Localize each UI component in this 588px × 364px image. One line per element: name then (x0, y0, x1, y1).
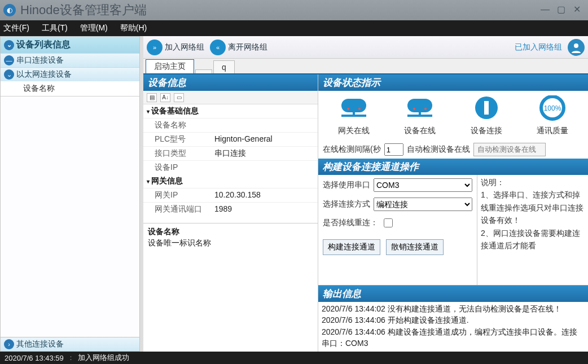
status-device-online: 设备在线 (403, 95, 437, 136)
status-msg: 加入网络组成功 (78, 353, 129, 363)
svg-point-7 (413, 108, 415, 110)
menu-file[interactable]: 文件(F) (3, 23, 29, 33)
status-header: 设备状态指示 (318, 74, 588, 91)
status-time: 2020/7/6 13:43:59 (5, 354, 64, 362)
sidebar-cat-ethernet[interactable]: ⌄ 以太网连接设备 (1, 67, 139, 81)
sidebar-cat-serial[interactable]: — 串口连接设备 (1, 53, 139, 67)
status-icons: 网关在线 设备在线 设备连接 100% 通讯质量 (318, 91, 588, 141)
build-channel-button[interactable]: 构建连接通道 (323, 239, 380, 255)
sidebar-list-col: 设备名称 (1, 81, 139, 97)
gateway-icon (337, 95, 371, 124)
svg-point-8 (424, 108, 427, 110)
menubar: 文件(F) 工具(T) 管理(M) 帮助(H) (0, 20, 588, 36)
svg-rect-12 (484, 101, 489, 115)
interval-input[interactable] (384, 143, 403, 156)
svg-point-3 (358, 108, 361, 110)
sidebar-header-label: 设备列表信息 (16, 39, 71, 51)
sidebar-cat-serial-label: 串口连接设备 (16, 55, 64, 65)
log-line: 2020/7/6 13:44:02 没有构建连接通道，无法自动检测设备是否在线！ (322, 303, 585, 314)
channel-desc-1: 1、选择串口、连接方式和掉线重连操作选项只对串口连接设备有效！ (481, 188, 585, 226)
property-grid[interactable]: 设备基础信息 设备名称 PLC型号Hignton-General 接口类型串口连… (143, 104, 318, 223)
status-quality: 100% 通讯质量 (536, 95, 569, 136)
propgrid-categorized-icon[interactable]: ▤ (147, 93, 157, 102)
propgrid-pages-icon[interactable]: ▭ (174, 93, 184, 102)
join-icon: » (147, 40, 163, 55)
svg-rect-6 (407, 99, 432, 112)
join-network-button[interactable]: » 加入网络组 (147, 40, 204, 55)
other-icon: › (4, 339, 14, 349)
status-panel: 设备状态指示 网关在线 设备在线 设备连接 100% (318, 74, 588, 352)
propgrid-az-icon[interactable]: A↓ (160, 93, 170, 102)
sidebar-cat-ethernet-label: 以太网连接设备 (16, 69, 72, 80)
output-log[interactable]: 2020/7/6 13:44:02 没有构建连接通道，无法自动检测设备是否在线！… (318, 302, 588, 352)
deviceinfo-header: 设备信息 (143, 74, 318, 91)
channel-desc-title: 说明： (481, 176, 585, 188)
maximize-button[interactable]: ▢ (553, 5, 569, 16)
prop-group-basic[interactable]: 设备基础信息 (143, 104, 318, 118)
deviceinfo-panel: 设备信息 ▤ A↓ ▭ 设备基础信息 设备名称 PLC型号Hignton-Gen… (143, 74, 318, 352)
tab-home[interactable]: 启动主页 (146, 59, 194, 73)
quality-icon: 100% (536, 95, 569, 124)
sidebar: ⌄ 设备列表信息 — 串口连接设备 ⌄ 以太网连接设备 设备名称 › 其他连接设… (0, 36, 140, 352)
menu-tool[interactable]: 工具(T) (42, 23, 68, 33)
prop-group-gateway[interactable]: 网关信息 (143, 174, 318, 188)
menu-help[interactable]: 帮助(H) (120, 23, 147, 33)
statusbar: 2020/7/6 13:43:59 ： 加入网络组成功 (0, 352, 588, 364)
sidebar-device-list[interactable]: 设备名称 (1, 81, 139, 337)
app-logo-icon: ◐ (3, 4, 16, 16)
close-button[interactable]: ✕ (569, 5, 585, 16)
leave-icon: « (210, 40, 226, 55)
channel-header: 构建设备连接通道操作 (318, 159, 588, 175)
log-line: 2020/7/6 13:44:06 构建设备连接通道成功，编程方式连接串口设备。… (322, 326, 585, 349)
status-gateway-online: 网关在线 (337, 95, 371, 136)
sidebar-header: ⌄ 设备列表信息 (1, 37, 139, 53)
sidebar-cat-other[interactable]: › 其他连接设备 (1, 337, 139, 351)
sidebar-cat-other-label: 其他连接设备 (16, 339, 64, 349)
mode-select[interactable]: 编程连接 (374, 198, 472, 211)
prop-device-name[interactable]: 设备名称 (143, 118, 318, 132)
leave-network-button[interactable]: « 离开网络组 (210, 40, 267, 55)
main: » 加入网络组 « 离开网络组 已加入网络组 启动主页 q 设备信息 (143, 36, 588, 352)
com-label: 选择使用串口 (323, 180, 370, 190)
log-line: 2020/7/6 13:44:06 开始构建设备连接通道. (322, 314, 585, 326)
prop-desc-body: 设备唯一标识名称 (148, 238, 313, 248)
destroy-channel-button[interactable]: 散销连接通道 (386, 239, 444, 255)
leave-label: 离开网络组 (228, 42, 267, 52)
prop-dev-ip[interactable]: 设备IP (143, 160, 318, 174)
svg-point-2 (347, 108, 349, 110)
svg-text:100%: 100% (544, 104, 561, 112)
output-header: 输出信息 (318, 286, 588, 302)
interval-label: 在线检测间隔(秒 (323, 144, 381, 155)
connected-icon (469, 95, 503, 124)
auto-detect-label: 自动检测设备在线 (407, 144, 470, 155)
propgrid-toolbar: ▤ A↓ ▭ (143, 91, 318, 104)
prop-desc-title: 设备名称 (148, 227, 313, 237)
channel-body: 选择使用串口 COM3 选择连接方式 编程连接 是否掉线重连： 构建连接通 (318, 175, 588, 285)
mode-label: 选择连接方式 (323, 199, 370, 209)
channel-desc-2: 2、网口连接设备需要构建连接通道后才能看 (481, 227, 585, 252)
ethernet-icon: ⌄ (4, 69, 14, 80)
user-avatar-icon[interactable] (568, 39, 585, 56)
join-label: 加入网络组 (165, 42, 204, 52)
com-select[interactable]: COM3 (374, 178, 472, 192)
menu-manage[interactable]: 管理(M) (80, 23, 108, 33)
serial-icon: — (4, 55, 14, 65)
minimize-button[interactable]: — (537, 5, 553, 16)
prop-gw-port[interactable]: 网关通讯端口1989 (143, 202, 318, 216)
prop-iftype[interactable]: 接口类型串口连接 (143, 146, 318, 160)
detect-controls: 在线检测间隔(秒 自动检测设备在线 自动检测设备在线 (318, 141, 588, 159)
tabs: 启动主页 q (143, 59, 588, 74)
tab-2[interactable] (195, 69, 212, 73)
svg-rect-10 (419, 112, 421, 116)
reconnect-label: 是否掉线重连： (323, 218, 378, 228)
prop-plc-model[interactable]: PLC型号Hignton-General (143, 132, 318, 146)
auto-detect-button[interactable]: 自动检测设备在线 (473, 143, 546, 156)
app-title: Hinode设备管理客户端 (20, 2, 147, 19)
reconnect-checkbox[interactable] (384, 218, 393, 227)
output-panel: 输出信息 2020/7/6 13:44:02 没有构建连接通道，无法自动检测设备… (318, 285, 588, 352)
device-icon (403, 95, 437, 124)
network-status: 已加入网络组 (515, 42, 562, 52)
svg-point-0 (574, 43, 578, 48)
tab-3[interactable]: q (213, 60, 235, 73)
prop-gw-ip[interactable]: 网关IP10.20.30.158 (143, 188, 318, 202)
